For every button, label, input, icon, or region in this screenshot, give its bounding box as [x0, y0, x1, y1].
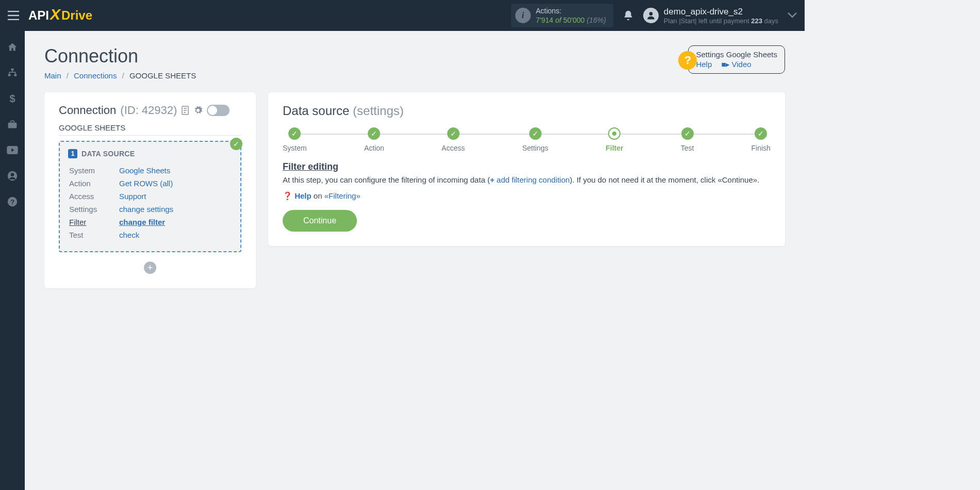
svg-point-0 — [649, 12, 652, 15]
actions-label: Actions: — [536, 6, 606, 15]
help-icon[interactable]: ? — [7, 196, 18, 207]
svg-text:?: ? — [10, 198, 14, 206]
step-test[interactable]: ✓Test — [681, 127, 694, 152]
main-content: Connection Main / Connections / GOOGLE S… — [25, 31, 805, 303]
step-circle: ✓ — [681, 127, 694, 140]
source-row-label: Action — [69, 177, 118, 189]
user-plan: Plan |Start| left until payment 223 days — [664, 17, 778, 25]
youtube-icon[interactable] — [7, 144, 18, 156]
step-label: Action — [364, 144, 384, 152]
actions-counter[interactable]: i Actions: 7'914 of 50'000 (16%) — [511, 4, 613, 27]
source-row: Testcheck — [69, 229, 231, 241]
breadcrumb-connections[interactable]: Connections — [74, 71, 117, 80]
avatar-icon — [643, 8, 659, 23]
connection-title: Connection — [59, 104, 116, 117]
source-row-link[interactable]: check — [119, 231, 139, 239]
step-circle: ✓ — [447, 127, 460, 140]
video-link[interactable]: ■▸Video — [721, 60, 751, 69]
gear-icon[interactable] — [193, 106, 203, 115]
svg-rect-1 — [11, 69, 14, 71]
source-row-label: Access — [69, 190, 118, 202]
svg-rect-5 — [8, 123, 17, 128]
step-circle: ✓ — [529, 127, 542, 140]
breadcrumb-main[interactable]: Main — [44, 71, 61, 80]
plus-icon: + — [490, 175, 495, 184]
actions-used: 7'914 — [536, 16, 553, 24]
settings-card: Data source (settings) ✓System✓Action✓Ac… — [268, 92, 785, 246]
source-title: DATA SOURCE — [81, 150, 135, 158]
step-circle: ✓ — [288, 127, 301, 140]
user-menu[interactable]: demo_apix-drive_s2 Plan |Start| left unt… — [643, 7, 778, 25]
connection-subtitle: GOOGLE SHEETS — [59, 123, 241, 136]
stepper: ✓System✓Action✓Access✓SettingsFilter✓Tes… — [283, 127, 771, 152]
step-label: Access — [442, 144, 465, 152]
source-row: ActionGet ROWS (all) — [69, 177, 231, 189]
source-row-link[interactable]: Google Sheets — [119, 166, 170, 175]
step-label: Settings — [522, 144, 548, 152]
check-icon: ✓ — [230, 138, 242, 150]
logo-text-api: API — [28, 8, 49, 23]
svg-point-8 — [11, 173, 14, 176]
add-button[interactable]: + — [144, 262, 156, 274]
app-header: API X Drive i Actions: 7'914 of 50'000 (… — [0, 0, 805, 31]
source-row-link[interactable]: Get ROWS (all) — [119, 179, 173, 188]
actions-of: of — [555, 16, 563, 24]
home-icon[interactable] — [7, 41, 18, 53]
source-number: 1 — [68, 149, 77, 158]
actions-total: 50'000 — [563, 16, 585, 24]
toggle-switch[interactable] — [207, 105, 230, 116]
step-label: Filter — [606, 144, 623, 152]
breadcrumb-current: GOOGLE SHEETS — [129, 71, 196, 80]
step-filter[interactable]: Filter — [606, 127, 623, 152]
source-row-label: System — [69, 165, 118, 176]
source-row: AccessSupport — [69, 190, 231, 202]
question-icon: ? — [678, 51, 697, 70]
step-label: Test — [681, 144, 694, 152]
breadcrumb: Main / Connections / GOOGLE SHEETS — [44, 71, 196, 80]
help-box-title: Settings Google Sheets — [696, 50, 777, 59]
help-filtering-link[interactable]: Help — [295, 191, 312, 200]
page-title: Connection — [44, 45, 196, 67]
filter-heading: Filter editing — [283, 161, 771, 172]
user-name: demo_apix-drive_s2 — [664, 7, 778, 17]
chevron-down-icon[interactable] — [788, 12, 797, 19]
step-settings[interactable]: ✓Settings — [522, 127, 548, 152]
help-line: ❓ Help on «Filtering» — [283, 191, 771, 201]
source-row: Settingschange settings — [69, 203, 231, 215]
briefcase-icon[interactable] — [7, 119, 18, 130]
step-access[interactable]: ✓Access — [442, 127, 465, 152]
network-icon[interactable] — [7, 67, 18, 78]
help-link[interactable]: Help — [696, 60, 712, 69]
source-row: Filterchange filter — [69, 216, 231, 228]
help-box: ? Settings Google Sheets Help ■▸Video — [688, 45, 785, 74]
svg-rect-3 — [14, 74, 17, 76]
step-action[interactable]: ✓Action — [364, 127, 384, 152]
step-label: Finish — [752, 144, 771, 152]
add-filter-link[interactable]: add filtering condition — [497, 175, 570, 184]
help-q-icon: ❓ — [283, 191, 292, 200]
source-row-link[interactable]: Support — [119, 192, 146, 201]
source-row-link[interactable]: change filter — [119, 218, 165, 226]
logo-x-icon: X — [50, 6, 60, 23]
step-label: System — [283, 144, 307, 152]
step-finish[interactable]: ✓Finish — [752, 127, 771, 152]
user-icon[interactable] — [7, 170, 18, 182]
step-circle — [608, 127, 620, 140]
document-icon[interactable] — [181, 106, 189, 115]
hamburger-icon[interactable] — [8, 11, 19, 20]
continue-button[interactable]: Continue — [283, 210, 357, 232]
data-source-title: Data source (settings) — [283, 104, 771, 118]
step-circle: ✓ — [755, 127, 767, 140]
actions-pct: (16%) — [586, 16, 606, 24]
data-source-box: ✓ 1 DATA SOURCE SystemGoogle SheetsActio… — [59, 141, 241, 252]
source-row: SystemGoogle Sheets — [69, 165, 231, 176]
video-icon: ■▸ — [721, 60, 730, 69]
step-circle: ✓ — [368, 127, 380, 140]
logo[interactable]: API X Drive — [28, 7, 92, 24]
dollar-icon[interactable]: $ — [7, 93, 18, 104]
bell-icon[interactable] — [623, 10, 634, 21]
step-system[interactable]: ✓System — [283, 127, 307, 152]
source-row-link[interactable]: change settings — [119, 205, 173, 214]
svg-rect-2 — [8, 74, 11, 76]
source-row-label: Filter — [69, 216, 118, 228]
